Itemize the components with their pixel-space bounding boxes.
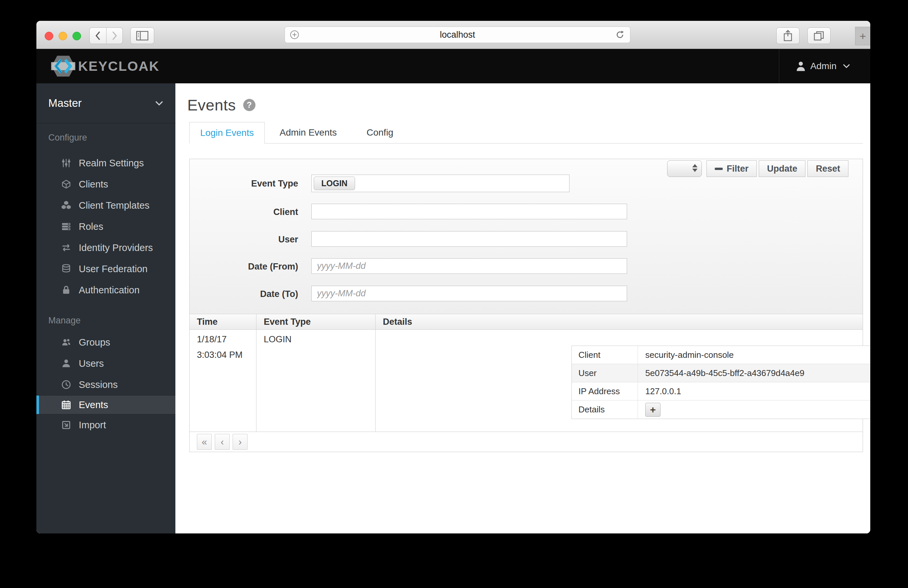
- plus-icon: +: [860, 30, 866, 43]
- keycloak-logo: KEYCLOAK: [51, 55, 159, 77]
- manage-nav: Groups Users Sessions Events Import: [36, 332, 175, 435]
- event-detail-table: Client security-admin-console User 5e073…: [572, 345, 870, 419]
- sidebar-item-label: Identity Providers: [79, 243, 153, 253]
- expand-details-button[interactable]: +: [645, 403, 660, 417]
- database-icon: [59, 264, 74, 274]
- sidebar-item-client-templates[interactable]: Client Templates: [36, 195, 175, 216]
- filter-button[interactable]: Filter: [707, 161, 757, 177]
- event-type-input[interactable]: LOGIN: [311, 175, 570, 192]
- list-icon: [59, 222, 74, 231]
- event-type-tag-login[interactable]: LOGIN: [314, 177, 355, 190]
- events-table-row: 1/18/17 3:03:04 PM LOGIN Client security…: [190, 330, 863, 432]
- new-tab-button[interactable]: +: [855, 27, 870, 45]
- chevron-down-icon: [155, 101, 163, 106]
- sidebar-item-user-federation[interactable]: User Federation: [36, 258, 175, 280]
- filter-controls: Filter Update Reset: [667, 161, 848, 177]
- sidebar-item-authentication[interactable]: Authentication: [36, 280, 175, 300]
- realm-selector[interactable]: Master: [36, 84, 175, 123]
- share-icon: [783, 30, 792, 42]
- sidebar-item-roles[interactable]: Roles: [36, 216, 175, 237]
- events-table-header: Time Event Type Details: [190, 314, 863, 330]
- app-header: KEYCLOAK Admin: [36, 49, 870, 84]
- sidebar-toggle-button[interactable]: [130, 27, 154, 44]
- select-arrows-icon: [692, 164, 697, 172]
- exchange-arrows-icon: [59, 243, 74, 253]
- user-input[interactable]: [311, 231, 627, 247]
- first-page-button[interactable]: «: [197, 434, 212, 450]
- browser-back-button[interactable]: [89, 27, 106, 44]
- user-label: User: [190, 235, 298, 245]
- address-bar[interactable]: localhost: [285, 26, 630, 43]
- sidebar: Master Configure Realm Settings Clients …: [36, 84, 175, 533]
- manage-section-label: Manage: [48, 315, 175, 325]
- reader-icon: [290, 30, 299, 40]
- sidebar-item-events[interactable]: Events: [36, 395, 175, 414]
- pagination-bar: « ‹ ›: [190, 432, 863, 452]
- minimize-window-button[interactable]: [59, 32, 67, 40]
- event-time-cell: 1/18/17 3:03:04 PM: [190, 330, 256, 432]
- sidebar-item-label: Import: [79, 420, 106, 431]
- user-menu[interactable]: Admin: [779, 49, 870, 84]
- sidebar-item-label: User Federation: [79, 263, 148, 275]
- sidebar-item-label: Roles: [79, 221, 103, 232]
- plus-icon: +: [650, 404, 656, 415]
- sidebar-item-label: Groups: [79, 337, 110, 348]
- fullscreen-window-button[interactable]: [72, 32, 81, 40]
- tabs-icon: [813, 31, 824, 41]
- close-window-button[interactable]: [45, 32, 53, 40]
- update-button[interactable]: Update: [759, 161, 806, 177]
- sidebar-item-realm-settings[interactable]: Realm Settings: [36, 153, 175, 174]
- tab-config[interactable]: Config: [352, 122, 408, 143]
- event-clock-time: 3:03:04 PM: [197, 350, 256, 360]
- detail-row-client: Client security-admin-console: [572, 346, 870, 364]
- date-to-input[interactable]: [311, 286, 627, 301]
- share-button[interactable]: [776, 27, 800, 44]
- page-title: Events ?: [187, 96, 256, 114]
- chevron-down-icon: [842, 64, 850, 69]
- event-type-cell: LOGIN: [256, 330, 375, 432]
- sidebar-item-users[interactable]: Users: [36, 353, 175, 374]
- sidebar-item-label: Clients: [79, 179, 108, 190]
- sidebar-item-label: Authentication: [79, 285, 140, 296]
- sidebar-item-label: Sessions: [79, 379, 118, 390]
- url-text: localhost: [299, 30, 615, 40]
- group-icon: [59, 337, 74, 347]
- previous-page-button[interactable]: ‹: [215, 434, 230, 450]
- filter-collapse-icon: [715, 168, 723, 170]
- keycloak-hexagon-icon: [51, 55, 76, 77]
- browser-forward-button[interactable]: [106, 27, 123, 44]
- realm-name: Master: [48, 97, 82, 109]
- sidebar-item-import[interactable]: Import: [36, 414, 175, 435]
- configure-section-label: Configure: [48, 133, 175, 143]
- next-page-button[interactable]: ›: [233, 434, 248, 450]
- sidebar-item-identity-providers[interactable]: Identity Providers: [36, 237, 175, 258]
- user-icon: [796, 61, 806, 71]
- client-input[interactable]: [311, 204, 627, 219]
- tab-bar: Login Events Admin Events Config: [189, 122, 863, 143]
- sliders-icon: [59, 158, 74, 168]
- browser-window: localhost +: [36, 21, 870, 533]
- date-from-input[interactable]: [311, 258, 627, 274]
- reset-button[interactable]: Reset: [807, 161, 848, 177]
- detail-row-ip-address: IP Address 127.0.0.1: [572, 382, 870, 400]
- page-size-select[interactable]: [667, 161, 702, 177]
- tab-login-events[interactable]: Login Events: [189, 122, 265, 143]
- brand-text: KEYCLOAK: [78, 59, 159, 74]
- sidebar-item-groups[interactable]: Groups: [36, 332, 175, 353]
- sidebar-item-sessions[interactable]: Sessions: [36, 374, 175, 395]
- chevron-left-icon: [94, 30, 102, 41]
- event-type-label: Event Type: [190, 178, 298, 189]
- date-to-label: Date (To): [190, 289, 298, 299]
- sidebar-item-label: Client Templates: [79, 200, 150, 211]
- sidebar-item-clients[interactable]: Clients: [36, 174, 175, 195]
- column-header-time: Time: [190, 314, 256, 329]
- show-tabs-button[interactable]: [807, 27, 831, 44]
- reload-icon[interactable]: [615, 30, 625, 40]
- sidebar-icon: [136, 31, 148, 41]
- clock-icon: [59, 380, 74, 390]
- tab-admin-events[interactable]: Admin Events: [265, 122, 352, 143]
- events-panel: Filter Update Reset Event Type LOGIN Cli…: [189, 159, 863, 452]
- help-icon[interactable]: ?: [243, 99, 256, 111]
- browser-toolbar: localhost +: [36, 21, 870, 49]
- cubes-icon: [59, 201, 74, 210]
